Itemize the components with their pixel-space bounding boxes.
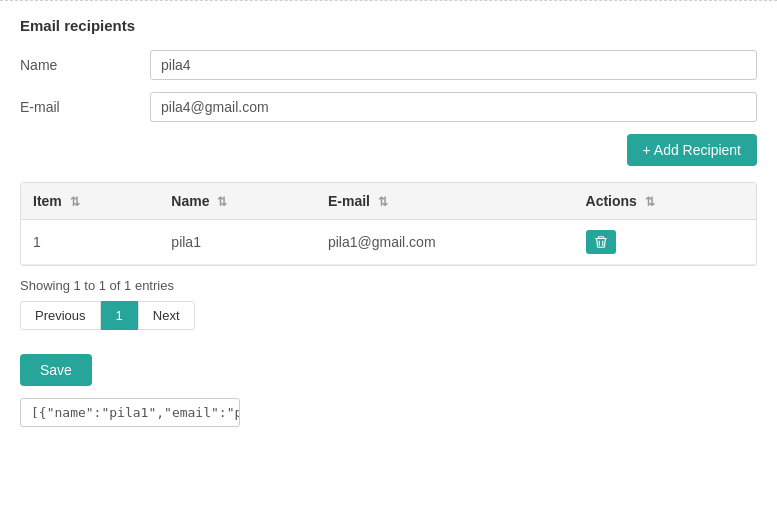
- next-button[interactable]: Next: [138, 301, 195, 330]
- table-header-row: Item ⇅ Name ⇅ E-mail ⇅ Actions ⇅: [21, 183, 756, 220]
- save-button[interactable]: Save: [20, 354, 92, 386]
- section-title: Email recipients: [20, 17, 757, 34]
- col-name: Name ⇅: [159, 183, 316, 220]
- col-actions: Actions ⇅: [574, 183, 756, 220]
- trash-icon: [594, 235, 608, 249]
- page-1-button[interactable]: 1: [101, 301, 138, 330]
- email-row: E-mail: [20, 92, 757, 122]
- name-input[interactable]: [150, 50, 757, 80]
- sort-icon-email[interactable]: ⇅: [378, 195, 388, 209]
- col-email: E-mail ⇅: [316, 183, 574, 220]
- table-row: 1pila1pila1@gmail.com: [21, 220, 756, 265]
- cell-email: pila1@gmail.com: [316, 220, 574, 265]
- pagination: Previous 1 Next: [20, 301, 757, 330]
- email-label: E-mail: [20, 99, 150, 115]
- recipients-table: Item ⇅ Name ⇅ E-mail ⇅ Actions ⇅: [21, 183, 756, 265]
- page-container: Email recipients Name E-mail + Add Recip…: [0, 0, 777, 526]
- cell-actions: [574, 220, 756, 265]
- sort-icon-item[interactable]: ⇅: [70, 195, 80, 209]
- name-label: Name: [20, 57, 150, 73]
- sort-icon-actions[interactable]: ⇅: [645, 195, 655, 209]
- table-body: 1pila1pila1@gmail.com: [21, 220, 756, 265]
- cell-item: 1: [21, 220, 159, 265]
- email-input[interactable]: [150, 92, 757, 122]
- add-recipient-row: + Add Recipient: [20, 134, 757, 166]
- recipients-table-container: Item ⇅ Name ⇅ E-mail ⇅ Actions ⇅: [20, 182, 757, 266]
- json-preview: [{"name":"pila1","email":"p: [20, 398, 240, 427]
- showing-text: Showing 1 to 1 of 1 entries: [20, 278, 757, 293]
- add-recipient-button[interactable]: + Add Recipient: [627, 134, 757, 166]
- col-item: Item ⇅: [21, 183, 159, 220]
- previous-button[interactable]: Previous: [20, 301, 101, 330]
- cell-name: pila1: [159, 220, 316, 265]
- delete-button[interactable]: [586, 230, 616, 254]
- name-row: Name: [20, 50, 757, 80]
- sort-icon-name[interactable]: ⇅: [217, 195, 227, 209]
